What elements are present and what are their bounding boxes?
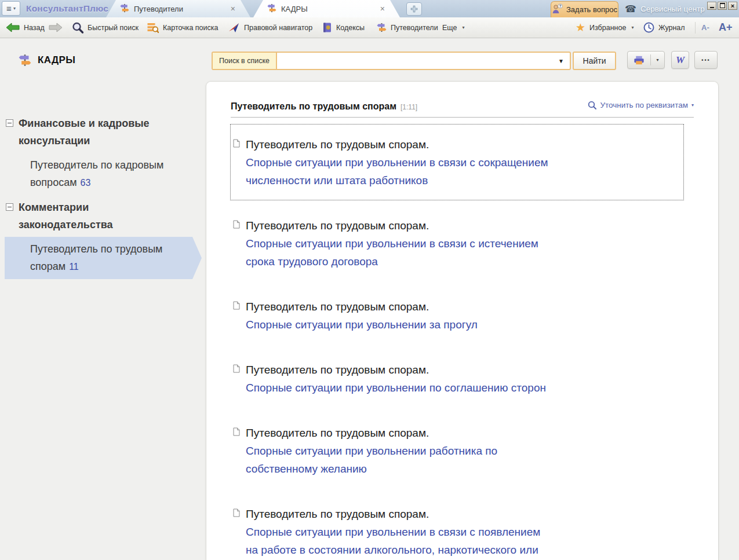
chevron-down-icon: ▾ (13, 6, 16, 11)
item-title: Путеводитель по трудовым спорам. (246, 424, 678, 442)
list-item[interactable]: Путеводитель по трудовым спорам. Спорные… (230, 349, 684, 408)
results-range: [1:11] (401, 103, 417, 111)
tab-label: Путеводители (134, 5, 183, 13)
star-icon: ★ (576, 22, 585, 33)
phone-icon: ☎ (625, 3, 636, 14)
quick-search-button[interactable]: Быстрый поиск (72, 17, 139, 38)
codes-button[interactable]: Кодексы (322, 17, 365, 38)
search-dropdown-button[interactable]: ▼ (552, 53, 570, 69)
results-title: Путеводитель по трудовым спорам (231, 101, 396, 112)
service-center-label: Сервисный центр (640, 5, 705, 13)
item-link[interactable]: Спорные ситуации при увольнении в связи … (246, 153, 678, 189)
favorites-label: Избранное (589, 24, 626, 32)
ask-question-button[interactable]: ? Задать вопрос (551, 1, 618, 17)
document-icon (233, 364, 240, 375)
tree-item-label: Путеводитель по трудовым спорам (30, 243, 162, 272)
forward-button[interactable] (49, 17, 63, 38)
toolbar-divider (695, 22, 696, 34)
favorites-button[interactable]: ★ Избранное ▾ (576, 17, 634, 38)
print-button[interactable] (628, 52, 650, 68)
toolbar: Назад Быстрый поиск Карточка поиска Прав… (0, 17, 739, 38)
tree-item-putevoditel-kadrovym-voprosam[interactable]: Путеводитель по кадровым вопросам63 (0, 156, 206, 192)
export-word-button[interactable]: W (671, 51, 689, 69)
tree-node-kommentarii-zakonodatelstva[interactable]: Комментарии законодательства (0, 199, 206, 233)
minimize-button[interactable] (707, 2, 716, 10)
titlebar: ≡ ▾ КонсультантПлюс Путеводители × КАДРЫ… (0, 0, 739, 17)
item-link[interactable]: Спорные ситуации при увольнении работник… (246, 442, 678, 478)
plus-icon (410, 5, 418, 13)
print-split-button: ▾ (627, 51, 665, 69)
tree-item-putevoditel-trudovym-sporam[interactable]: Путеводитель по трудовым спорам11 (5, 237, 202, 279)
tree-node-fin-kadr-konsultacii[interactable]: Финансовые и кадровые консультации (0, 115, 206, 149)
svg-text:?: ? (559, 4, 562, 8)
more-label: Еще (442, 24, 457, 32)
guides-button[interactable]: Путеводители (377, 17, 438, 38)
word-icon: W (676, 54, 685, 66)
item-link[interactable]: Спорные ситуации при увольнении за прогу… (246, 316, 678, 334)
list-item[interactable]: Путеводитель по трудовым спорам. Спорные… (230, 124, 684, 200)
ellipsis-icon: ••• (701, 57, 710, 63)
collapse-icon[interactable] (6, 119, 13, 127)
more-actions-button[interactable]: ••• (694, 51, 718, 69)
back-label: Назад (24, 24, 45, 32)
restore-button[interactable] (718, 2, 727, 10)
document-icon (233, 139, 240, 150)
item-link[interactable]: Спорные ситуации при увольнении в связи … (246, 523, 678, 559)
document-icon (233, 508, 240, 519)
search-card-icon (147, 22, 159, 33)
service-center-link[interactable]: ☎ Сервисный центр (625, 0, 705, 17)
find-button[interactable]: Найти (573, 52, 616, 70)
chevron-down-icon: ▾ (656, 57, 658, 63)
item-title: Путеводитель по трудовым спорам. (246, 217, 678, 235)
chevron-down-icon: ▾ (462, 25, 464, 30)
list-item[interactable]: Путеводитель по трудовым спорам. Спорные… (230, 412, 684, 489)
search-card-button[interactable]: Карточка поиска (147, 17, 219, 38)
legal-navigator-button[interactable]: Правовой навигатор (228, 17, 312, 38)
tree-node-label: Комментарии законодательства (19, 199, 113, 233)
list-item[interactable]: Путеводитель по трудовым спорам. Спорные… (230, 205, 684, 281)
item-link[interactable]: Спорные ситуации при увольнении по согла… (246, 379, 678, 397)
list-search-group: Поиск в списке ▼ (212, 52, 571, 70)
item-count-badge: 63 (81, 178, 91, 188)
refine-label: Уточнить по реквизитам (600, 101, 688, 109)
more-menu-button[interactable]: Еще ▾ (442, 17, 464, 38)
refine-by-attributes-link[interactable]: Уточнить по реквизитам ▾ (588, 101, 694, 109)
item-title: Путеводитель по трудовым спорам. (246, 136, 678, 153)
font-smaller-button[interactable]: A- (701, 17, 709, 38)
collapse-icon[interactable] (6, 203, 13, 211)
font-larger-button[interactable]: A+ (719, 17, 733, 38)
document-icon (233, 220, 240, 231)
guides-label: Путеводители (391, 24, 438, 32)
results-header: Путеводитель по трудовым спорам [1:11] У… (206, 82, 718, 117)
search-card-label: Карточка поиска (163, 24, 219, 32)
close-icon[interactable]: × (231, 5, 235, 13)
quick-search-label: Быстрый поиск (88, 24, 139, 32)
tab-kadry[interactable]: КАДРЫ × (253, 0, 400, 17)
journal-label: Журнал (658, 24, 685, 32)
search-scope-label: Поиск в списке (213, 53, 277, 69)
main-menu-button[interactable]: ≡ ▾ (2, 1, 20, 16)
item-title: Путеводитель по трудовым спорам. (246, 361, 678, 379)
item-link[interactable]: Спорные ситуации при увольнении в связи … (246, 235, 678, 270)
signpost-icon (267, 3, 276, 14)
close-window-button[interactable]: × (728, 2, 737, 10)
print-options-button[interactable]: ▾ (651, 52, 664, 68)
sidebar-tree: Финансовые и кадровые консультации Путев… (0, 38, 206, 560)
search-icon (588, 101, 596, 109)
list-item[interactable]: Путеводитель по трудовым спорам. Спорные… (230, 493, 684, 560)
journal-button[interactable]: Журнал (643, 17, 685, 38)
search-input[interactable] (277, 53, 552, 69)
results-panel: Путеводитель по трудовым спорам [1:11] У… (206, 81, 719, 560)
close-icon[interactable]: × (380, 5, 385, 13)
document-icon (233, 427, 240, 438)
tab-label: КАДРЫ (281, 5, 308, 13)
codes-label: Кодексы (336, 24, 365, 32)
clock-icon (643, 22, 654, 33)
new-tab-button[interactable] (406, 2, 422, 16)
restore-icon (720, 3, 725, 8)
tree-item-label: Путеводитель по кадровым вопросам (30, 159, 163, 188)
back-arrow-icon (6, 23, 20, 32)
tab-putevoditeli[interactable]: Путеводители × (106, 0, 250, 17)
list-item[interactable]: Путеводитель по трудовым спорам. Спорные… (230, 286, 684, 345)
back-button[interactable]: Назад (6, 17, 45, 38)
